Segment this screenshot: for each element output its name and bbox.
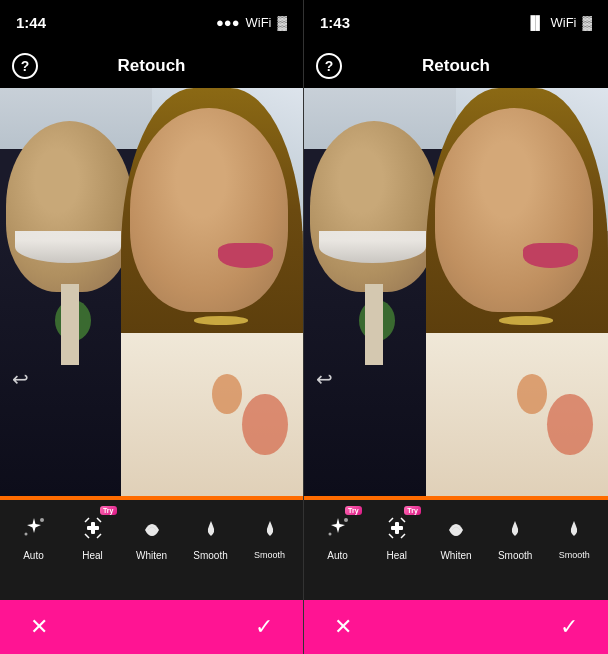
floral-right (547, 394, 593, 455)
help-button-right[interactable]: ? (316, 53, 342, 79)
tool-whiten-right[interactable]: Whiten (436, 510, 476, 561)
svg-point-0 (40, 518, 44, 522)
status-time-right: 1:43 (320, 14, 350, 31)
face-female-left (130, 108, 288, 312)
wifi-icon-left: WiFi (246, 15, 272, 30)
screens-container: 1:44 ●●● WiFi ▓ ? Retouch (0, 0, 608, 654)
tool-whiten-left[interactable]: Whiten (132, 510, 172, 561)
tool-smooth-right[interactable]: Smooth (495, 510, 535, 561)
wifi-icon-right: WiFi (551, 15, 577, 30)
tool-label-smooth-left: Smooth (193, 550, 227, 561)
smooth2-icon-right (556, 510, 592, 546)
tool-smooth2-right[interactable]: Smooth (554, 510, 594, 560)
screen-right: 1:43 ▐▌ WiFi ▓ ? Retouch (304, 0, 608, 654)
action-bar-right: ✕ ✓ (304, 600, 608, 654)
cancel-button-right[interactable]: ✕ (334, 614, 352, 640)
tool-label-smooth2-right: Smooth (559, 550, 590, 560)
svg-point-1 (24, 532, 27, 535)
tool-label-auto-left: Auto (23, 550, 44, 561)
necklace-left (194, 316, 249, 324)
status-icons-right: ▐▌ WiFi ▓ (526, 15, 592, 30)
confirm-button-left[interactable]: ✓ (255, 614, 273, 640)
screen-left: 1:44 ●●● WiFi ▓ ? Retouch (0, 0, 304, 654)
tool-label-smooth-right: Smooth (498, 550, 532, 561)
help-button-left[interactable]: ? (12, 53, 38, 79)
tool-label-heal-left: Heal (82, 550, 103, 561)
face-male-right (310, 121, 438, 292)
tool-label-whiten-right: Whiten (440, 550, 471, 561)
auto-icon-left (16, 510, 52, 546)
tools-row-right: Try Auto Try (304, 500, 608, 570)
smooth2-icon-left (252, 510, 288, 546)
tool-label-heal-right: Heal (386, 550, 407, 561)
tool-heal-right[interactable]: Try Heal (377, 510, 417, 561)
try-badge-auto-right: Try (345, 506, 362, 515)
tool-label-smooth2-left: Smooth (254, 550, 285, 560)
try-badge-heal-right: Try (404, 506, 421, 515)
status-icons-left: ●●● WiFi ▓ (216, 15, 287, 30)
photo-area-left: ↩ (0, 88, 303, 496)
lips-female-left (218, 243, 273, 267)
tool-smooth-left[interactable]: Smooth (191, 510, 231, 561)
confirm-button-right[interactable]: ✓ (560, 614, 578, 640)
tool-auto-left[interactable]: Auto (14, 510, 54, 561)
tie-left (61, 284, 79, 366)
whiten-icon-left (134, 510, 170, 546)
whiten-icon-right (438, 510, 474, 546)
undo-button-right[interactable]: ↩ (316, 367, 333, 391)
heal-icon-left: Try (75, 510, 111, 546)
page-title-left: Retouch (118, 56, 186, 76)
controls-area-right: Try Auto Try (304, 500, 608, 600)
top-bar-left: ? Retouch (0, 44, 303, 88)
svg-rect-3 (91, 522, 95, 534)
auto-icon-right: Try (320, 510, 356, 546)
tool-heal-left[interactable]: Try Heal (73, 510, 113, 561)
status-bar-left: 1:44 ●●● WiFi ▓ (0, 0, 303, 44)
tool-smooth2-left[interactable]: Smooth (250, 510, 290, 560)
signal-icon-right: ▐▌ (526, 15, 544, 30)
try-badge-heal-left: Try (100, 506, 117, 515)
heal-icon-right: Try (379, 510, 415, 546)
top-bar-right: ? Retouch (304, 44, 608, 88)
face-male-left (6, 121, 133, 292)
status-time-left: 1:44 (16, 14, 46, 31)
smooth-icon-left (193, 510, 229, 546)
face-female-right (435, 108, 593, 312)
tie-right (365, 284, 383, 366)
tool-label-auto-right: Auto (327, 550, 348, 561)
signal-icon-left: ●●● (216, 15, 240, 30)
photo-bg-left (0, 88, 303, 496)
tool-label-whiten-left: Whiten (136, 550, 167, 561)
tools-row-left: Auto Try Heal (0, 500, 303, 570)
lips-female-right (523, 243, 578, 267)
smooth-icon-right (497, 510, 533, 546)
cancel-button-left[interactable]: ✕ (30, 614, 48, 640)
tool-auto-right[interactable]: Try Auto (318, 510, 358, 561)
photo-area-right: ↩ (304, 88, 608, 496)
battery-icon-right: ▓ (583, 15, 592, 30)
svg-rect-7 (395, 522, 399, 534)
page-title-right: Retouch (422, 56, 490, 76)
svg-point-4 (344, 518, 348, 522)
action-bar-left: ✕ ✓ (0, 600, 303, 654)
photo-bg-right (304, 88, 608, 496)
necklace-right (499, 316, 554, 324)
controls-area-left: Auto Try Heal (0, 500, 303, 600)
battery-icon-left: ▓ (278, 15, 287, 30)
undo-button-left[interactable]: ↩ (12, 367, 29, 391)
svg-point-5 (328, 532, 331, 535)
status-bar-right: 1:43 ▐▌ WiFi ▓ (304, 0, 608, 44)
floral-left (242, 394, 287, 455)
